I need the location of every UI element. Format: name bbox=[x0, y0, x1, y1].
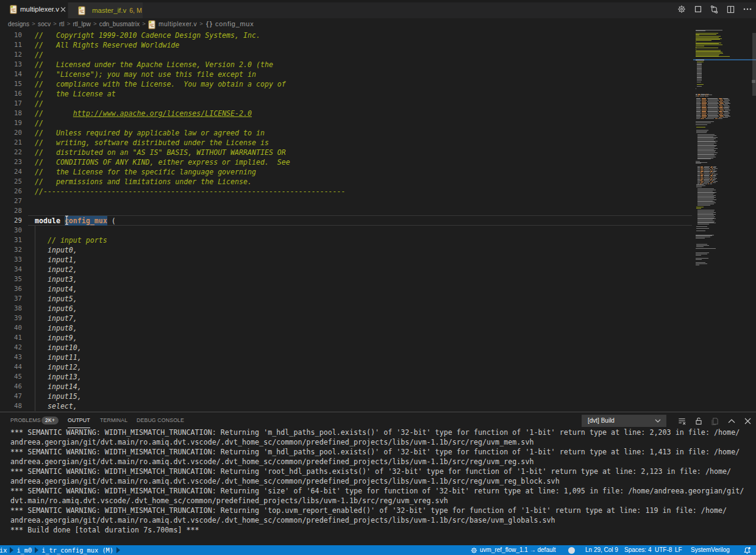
code-line[interactable]: 13// Licensed under the Apache License, … bbox=[0, 60, 692, 70]
code-line[interactable]: 16// the License at bbox=[0, 89, 692, 99]
code-line[interactable]: 35 input3, bbox=[0, 274, 692, 284]
dvt-status-circle-icon[interactable] bbox=[568, 545, 575, 555]
code-line[interactable]: 17// bbox=[0, 99, 692, 109]
minimap-line bbox=[696, 246, 704, 247]
code-line[interactable]: 36 input4, bbox=[0, 284, 692, 294]
status-item[interactable]: Spaces: 4 bbox=[624, 545, 651, 555]
code-line[interactable]: 37 input5, bbox=[0, 294, 692, 304]
code-line[interactable]: 48 select, bbox=[0, 401, 692, 411]
output-log[interactable]: *** SEMANTIC WARNING: WIDTH_MISMATCH_TRU… bbox=[0, 428, 756, 545]
code-line[interactable]: 47 input15, bbox=[0, 392, 692, 401]
bottom-panel: PROBLEMS 2K+ OUTPUT TERMINAL DEBUG CONSO… bbox=[0, 412, 756, 545]
status-item[interactable]: LF bbox=[675, 545, 682, 555]
scrollbar-slider[interactable] bbox=[752, 33, 756, 96]
code-line[interactable]: 14// "License"); you may not use this fi… bbox=[0, 70, 692, 79]
status-gear[interactable]: uvm_ref_flow_1.1 → default bbox=[471, 545, 556, 555]
code-line[interactable]: 33 input1, bbox=[0, 255, 692, 265]
line-number: 26 bbox=[0, 187, 22, 196]
code-line[interactable]: 26//------------------------------------… bbox=[0, 187, 692, 196]
code-line[interactable]: 10// Copyright 1999-2010 Cadence Design … bbox=[0, 30, 692, 40]
code-line[interactable]: 12// bbox=[0, 50, 692, 60]
status-item[interactable]: UTF-8 bbox=[655, 545, 672, 555]
tab-master-if[interactable]: master_if.v 6, M bbox=[68, 2, 143, 18]
breadcrumb-item[interactable]: cdn_busmatrix bbox=[99, 21, 140, 27]
panel-tab-output[interactable]: OUTPUT bbox=[68, 413, 90, 428]
notifications-bell-icon[interactable] bbox=[743, 545, 751, 555]
code-line[interactable]: 19// bbox=[0, 118, 692, 128]
code-line[interactable]: 27 bbox=[0, 196, 692, 206]
code-text: input7, bbox=[35, 313, 77, 323]
breadcrumb-item[interactable]: multiplexer.v bbox=[159, 21, 197, 27]
code-line[interactable]: 11// All Rights Reserved Worldwide bbox=[0, 40, 692, 50]
stop-build-icon[interactable] bbox=[690, 0, 706, 18]
tab-problems-badge: 6, M bbox=[129, 7, 141, 14]
code-line[interactable]: 40 input8, bbox=[0, 323, 692, 333]
code-text: // bbox=[35, 50, 43, 60]
minimap-line bbox=[696, 123, 711, 123]
code-line[interactable]: 18// http://www.apache.org/licenses/LICE… bbox=[0, 109, 692, 118]
minimap[interactable] bbox=[693, 29, 752, 412]
code-line[interactable]: 28 bbox=[0, 206, 692, 216]
code-line[interactable]: 15// compliance with the License. You ma… bbox=[0, 79, 692, 89]
minimap-line bbox=[696, 187, 702, 187]
code-line[interactable]: 32 input0, bbox=[0, 245, 692, 255]
code-line[interactable]: 20// Unless required by applicable law o… bbox=[0, 128, 692, 138]
maximize-panel-icon[interactable] bbox=[723, 413, 740, 429]
breadcrumb-item[interactable]: socv bbox=[38, 21, 51, 27]
minimap-line bbox=[697, 205, 710, 206]
code-text: // Licensed under the Apache License, Ve… bbox=[35, 60, 273, 70]
code-line[interactable]: 46 input14, bbox=[0, 382, 692, 392]
code-line[interactable]: 23// CONDITIONS OF ANY KIND, either expr… bbox=[0, 157, 692, 167]
close-tab-icon[interactable] bbox=[60, 5, 66, 13]
code-line[interactable]: 21// writing, software distributed under… bbox=[0, 138, 692, 148]
breadcrumb-item[interactable]: rtl bbox=[59, 21, 65, 27]
panel-tab-terminal[interactable]: TERMINAL bbox=[100, 413, 127, 428]
code-line[interactable]: 45 input13, bbox=[0, 372, 692, 382]
split-editor-icon[interactable] bbox=[722, 0, 739, 18]
code-line[interactable]: 38 input6, bbox=[0, 304, 692, 313]
clear-output-icon[interactable] bbox=[674, 413, 690, 429]
code-line[interactable]: 43 input11, bbox=[0, 353, 692, 362]
code-line[interactable]: 34 input2, bbox=[0, 265, 692, 274]
open-in-editor-icon[interactable] bbox=[707, 413, 723, 429]
line-number: 27 bbox=[0, 196, 22, 206]
code-line[interactable]: 31 // input ports bbox=[0, 235, 692, 245]
code-text: input13, bbox=[35, 372, 82, 382]
status-item[interactable]: SystemVerilog bbox=[691, 545, 730, 555]
code-editor[interactable]: 10// Copyright 1999-2010 Cadence Design … bbox=[0, 29, 756, 412]
code-line[interactable]: 44 input12, bbox=[0, 362, 692, 372]
code-text: input5, bbox=[35, 294, 77, 304]
code-line[interactable]: 22// distributed on an "AS IS" BASIS, WI… bbox=[0, 148, 692, 157]
breadcrumb-item[interactable]: config_mux bbox=[215, 20, 254, 27]
tab-label: multiplexer.v bbox=[20, 5, 59, 13]
code-line[interactable]: 25// permissions and limitations under t… bbox=[0, 177, 692, 187]
minimap-line bbox=[696, 228, 709, 229]
more-actions-icon[interactable] bbox=[739, 0, 755, 18]
code-line[interactable]: 39 input7, bbox=[0, 313, 692, 323]
close-panel-icon[interactable] bbox=[740, 413, 756, 429]
code-line[interactable]: 29module config_mux ( bbox=[0, 216, 692, 226]
sync-icon[interactable] bbox=[706, 0, 722, 18]
minimap-line bbox=[697, 96, 699, 96]
minimap-line bbox=[697, 224, 709, 224]
lock-scroll-icon[interactable] bbox=[690, 413, 707, 429]
code-line[interactable]: 42 input10, bbox=[0, 343, 692, 353]
breadcrumb-item[interactable]: rtl_lpw bbox=[73, 21, 90, 27]
code-text: // writing, software distributed under t… bbox=[35, 138, 269, 148]
output-channel-select[interactable]: [dvt] Build bbox=[582, 415, 666, 427]
minimap-line bbox=[696, 265, 699, 265]
panel-tab-problems[interactable]: PROBLEMS bbox=[10, 413, 41, 428]
code-line[interactable]: 30 bbox=[0, 226, 692, 235]
editor-scrollbar[interactable] bbox=[752, 29, 756, 412]
code-line[interactable]: 41 input9, bbox=[0, 333, 692, 343]
code-text: input15, bbox=[35, 392, 82, 401]
line-number: 47 bbox=[0, 392, 22, 401]
settings-gear-icon[interactable] bbox=[673, 0, 690, 18]
breadcrumb-separator: > bbox=[197, 20, 205, 27]
tab-multiplexer[interactable]: multiplexer.v bbox=[0, 0, 68, 18]
breadcrumb-item[interactable]: designs bbox=[8, 21, 29, 27]
line-number: 33 bbox=[0, 255, 22, 265]
panel-tab-debug-console[interactable]: DEBUG CONSOLE bbox=[137, 413, 184, 428]
status-item[interactable]: Ln 29, Col 9 bbox=[585, 545, 618, 555]
code-line[interactable]: 24// the License for the specific langua… bbox=[0, 167, 692, 177]
